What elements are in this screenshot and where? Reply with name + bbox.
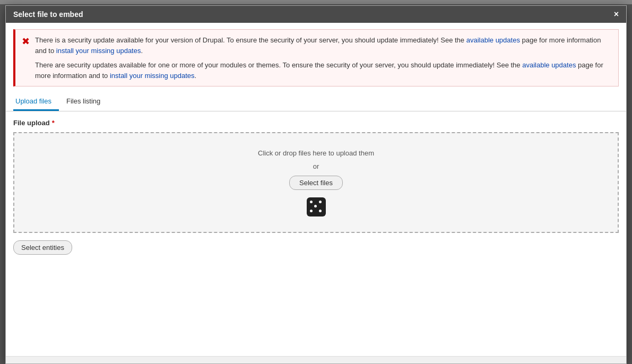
- tab-upload-files[interactable]: Upload files: [13, 93, 59, 111]
- dot-8: [314, 210, 317, 212]
- modal-title: Select file to embed: [13, 10, 83, 19]
- dot-1: [310, 201, 313, 203]
- dot-7: [310, 210, 313, 212]
- dice-icon: [307, 197, 326, 216]
- alert-box: ✖ There is a security update available f…: [13, 29, 619, 86]
- alert-line1: There is a security update available for…: [35, 35, 612, 56]
- file-drop-zone[interactable]: Click or drop files here to upload them …: [13, 132, 619, 233]
- alert-link-install-1[interactable]: install your missing updates: [56, 47, 141, 55]
- modal-overlay: Select file to embed × ✖ There is a secu…: [0, 0, 632, 364]
- content-area: File upload * Click or drop files here t…: [6, 111, 626, 262]
- modal-body: ✖ There is a security update available f…: [6, 23, 626, 356]
- alert-text: There is a security update available for…: [35, 35, 612, 81]
- alert-icon: ✖: [22, 36, 30, 47]
- select-files-button[interactable]: Select files: [289, 176, 343, 190]
- dot-2: [314, 201, 317, 203]
- modal-header: Select file to embed ×: [6, 6, 626, 23]
- tab-files-listing[interactable]: Files listing: [64, 93, 108, 111]
- alert-link-updates-2[interactable]: available updates: [522, 61, 576, 69]
- browser-bar: [0, 0, 632, 4]
- drop-zone-or: or: [313, 162, 319, 170]
- required-star: *: [52, 119, 55, 127]
- dot-4: [310, 205, 313, 207]
- bottom-scrollbar: [6, 356, 626, 363]
- modal-wrapper: Select file to embed × ✖ There is a secu…: [5, 5, 627, 364]
- alert-link-install-2[interactable]: install your missing updates: [110, 72, 195, 80]
- dot-9: [319, 210, 322, 212]
- dot-3: [319, 201, 322, 203]
- drop-zone-text: Click or drop files here to upload them: [258, 149, 374, 157]
- dot-5: [314, 205, 317, 207]
- close-button[interactable]: ×: [614, 10, 619, 19]
- file-upload-label: File upload *: [13, 119, 619, 127]
- dot-6: [319, 205, 322, 207]
- alert-link-updates-1[interactable]: available updates: [466, 36, 520, 44]
- select-entities-button[interactable]: Select entities: [13, 240, 72, 255]
- dice-dots: [310, 201, 323, 213]
- tabs-container: Upload files Files listing: [6, 93, 626, 111]
- alert-line2: There are security updates available for…: [35, 60, 612, 81]
